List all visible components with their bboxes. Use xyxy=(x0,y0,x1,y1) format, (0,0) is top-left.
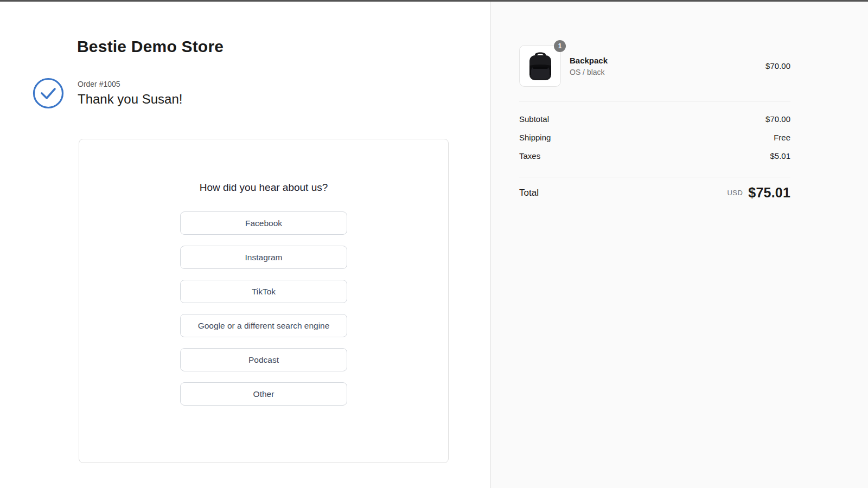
cost-row-label: Subtotal xyxy=(519,114,549,124)
backpack-image xyxy=(526,50,554,82)
quantity-badge: 1 xyxy=(554,40,566,52)
product-info: Backpack OS / black xyxy=(570,56,765,76)
product-variant: OS / black xyxy=(570,68,765,76)
survey-option-button[interactable]: Facebook xyxy=(180,211,347,235)
cost-row: ShippingFree xyxy=(519,128,790,146)
post-purchase-survey-card: How did you hear about us? FacebookInsta… xyxy=(79,139,449,463)
total-label: Total xyxy=(519,188,539,198)
order-summary-content: 1 Backpack OS / black $70.00 Subtotal$70… xyxy=(519,45,790,201)
cost-row: Taxes$5.01 xyxy=(519,146,790,165)
total-row: Total USD $75.01 xyxy=(519,185,790,201)
check-circle-icon xyxy=(33,78,64,109)
survey-options-list: FacebookInstagramTikTokGoogle or a diffe… xyxy=(180,211,347,406)
summary-divider-top xyxy=(519,101,790,101)
survey-option-button[interactable]: TikTok xyxy=(180,280,347,303)
survey-question: How did you hear about us? xyxy=(200,182,328,194)
line-item-row: 1 Backpack OS / black $70.00 xyxy=(519,45,790,87)
order-status-text: Order #1005 Thank you Susan! xyxy=(78,80,182,107)
store-name: Bestie Demo Store xyxy=(77,37,224,56)
cost-row-value: Free xyxy=(774,133,790,142)
total-currency-code: USD xyxy=(727,189,743,197)
total-value-group: USD $75.01 xyxy=(727,185,790,201)
order-status-block: Order #1005 Thank you Susan! xyxy=(33,78,182,109)
total-amount: $75.01 xyxy=(748,185,790,201)
survey-option-button[interactable]: Google or a different search engine xyxy=(180,314,347,337)
product-price: $70.00 xyxy=(765,61,790,70)
cost-row-value: $70.00 xyxy=(765,114,790,124)
survey-option-button[interactable]: Instagram xyxy=(180,246,347,269)
window-top-edge xyxy=(0,0,868,2)
cost-row-label: Taxes xyxy=(519,151,540,160)
checkout-main-column: Bestie Demo Store Order #1005 Thank you … xyxy=(0,2,490,488)
product-name: Backpack xyxy=(570,56,765,65)
order-number: Order #1005 xyxy=(78,80,182,88)
cost-breakdown: Subtotal$70.00ShippingFreeTaxes$5.01 xyxy=(519,110,790,165)
summary-divider-bottom xyxy=(519,177,790,177)
cost-row: Subtotal$70.00 xyxy=(519,110,790,128)
cost-row-value: $5.01 xyxy=(770,151,790,160)
product-thumbnail-wrap: 1 xyxy=(519,45,561,87)
product-thumbnail xyxy=(519,45,561,87)
order-summary-panel: 1 Backpack OS / black $70.00 Subtotal$70… xyxy=(490,2,868,488)
survey-option-button[interactable]: Podcast xyxy=(180,348,347,371)
cost-row-label: Shipping xyxy=(519,133,551,142)
thank-you-heading: Thank you Susan! xyxy=(78,92,182,107)
survey-option-button[interactable]: Other xyxy=(180,382,347,406)
